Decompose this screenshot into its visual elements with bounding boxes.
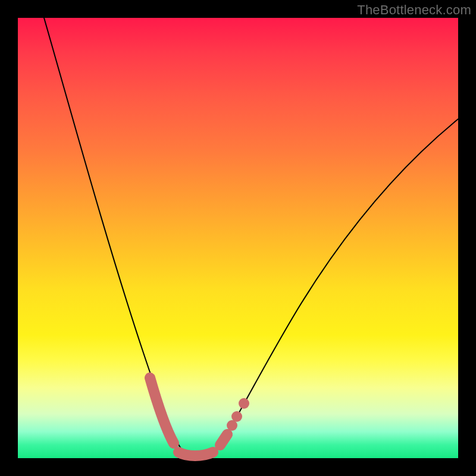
dot-cluster-right	[220, 434, 227, 445]
dot-cluster-left	[150, 378, 174, 443]
dot	[239, 398, 249, 409]
bottleneck-curve	[44, 18, 458, 457]
dot-cluster-bottom	[178, 452, 213, 456]
dot	[231, 411, 242, 422]
curve-svg	[18, 18, 458, 458]
watermark-text: TheBottleneck.com	[357, 2, 471, 18]
plot-area	[18, 18, 458, 458]
chart-frame: TheBottleneck.com	[0, 0, 476, 476]
